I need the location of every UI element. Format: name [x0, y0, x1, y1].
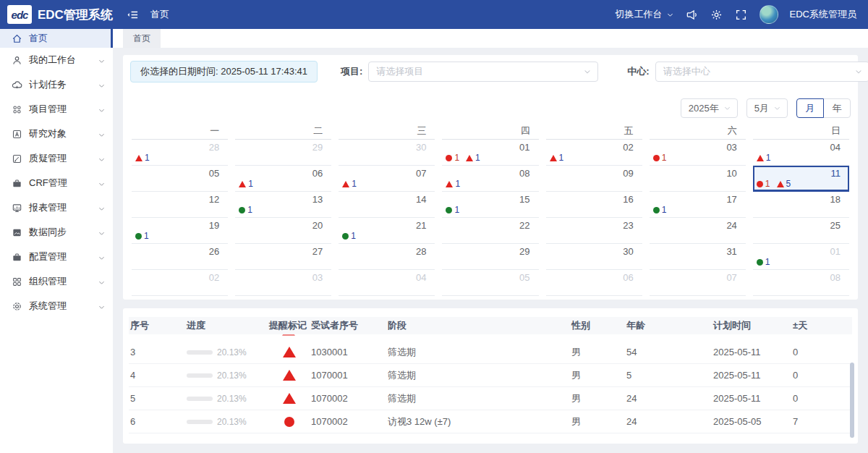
gear-icon[interactable]	[710, 8, 723, 21]
sidebar-item-system[interactable]: 系统管理	[0, 294, 113, 318]
cell-delta-days: 0	[791, 347, 852, 357]
menu-fold-icon[interactable]	[126, 8, 139, 21]
announce-icon[interactable]	[686, 8, 699, 21]
calendar-day[interactable]: 10	[650, 166, 746, 192]
chevron-down-icon	[98, 278, 106, 286]
calendar-day[interactable]: 06	[546, 270, 642, 296]
calendar-day[interactable]: 061	[235, 166, 331, 192]
month-mode-button[interactable]: 月	[796, 98, 824, 118]
marker-count: 1	[766, 153, 771, 163]
table-row[interactable]: 420.13%1070001筛选期男52025-05-110	[129, 364, 852, 387]
sidebar-item-label: 项目管理	[29, 103, 91, 116]
calendar-day[interactable]: 05	[132, 166, 228, 192]
month-select[interactable]: 5月	[746, 98, 788, 118]
calendar-day[interactable]: 18	[753, 192, 849, 218]
calendar-day[interactable]: 31	[650, 244, 746, 270]
year-select-value: 2025年	[689, 102, 719, 115]
cell-serial: 6	[129, 416, 185, 427]
sidebar-item-org[interactable]: 组织管理	[0, 269, 113, 294]
table-row[interactable]: 520.13%1070002筛选期男242025-05-110	[129, 387, 852, 410]
calendar-day[interactable]: 041	[753, 140, 849, 166]
calendar-day[interactable]: 05	[442, 270, 538, 296]
weekday-label: 三	[339, 122, 435, 140]
tab-home[interactable]: 首页	[123, 29, 161, 48]
user-avatar[interactable]	[760, 5, 778, 24]
sidebar-item-subjects[interactable]: 研究对象	[0, 122, 113, 146]
fullscreen-icon[interactable]	[735, 8, 748, 21]
calendar-day[interactable]: 12	[132, 192, 228, 218]
table-scrollbar[interactable]	[850, 363, 854, 438]
calendar-day[interactable]: 131	[235, 192, 331, 218]
table-row-partial[interactable]: 20.13%筛选期男	[129, 334, 852, 341]
sidebar-item-workbench[interactable]: 我的工作台	[0, 48, 113, 72]
calendar-day[interactable]: 29	[442, 244, 538, 270]
calendar-day-selected[interactable]: 1115	[753, 166, 849, 192]
year-mode-button[interactable]: 年	[823, 98, 851, 118]
day-number: 11	[753, 166, 849, 179]
workspace-switcher[interactable]: 切换工作台	[616, 8, 674, 21]
calendar-day[interactable]: 191	[132, 218, 228, 244]
calendar-day[interactable]: 081	[442, 166, 538, 192]
alert-triangle-icon	[777, 181, 784, 187]
calendar-day[interactable]: 26	[132, 244, 228, 270]
calendar-day[interactable]: 27	[235, 244, 331, 270]
calendar-day[interactable]: 22	[442, 218, 538, 244]
sidebar-item-label: 配置管理	[29, 250, 91, 263]
logo-text: edc	[12, 9, 28, 21]
sidebar-item-label: 研究对象	[29, 127, 91, 140]
sidebar-item-queries[interactable]: 质疑管理	[0, 146, 113, 171]
calendar-day[interactable]: 011	[753, 244, 849, 270]
calendar-day[interactable]: 04	[339, 270, 435, 296]
calendar-day[interactable]: 30	[339, 140, 435, 166]
calendar-day[interactable]: 0111	[442, 140, 538, 166]
calendar-day[interactable]: 29	[235, 140, 331, 166]
project-select[interactable]: 请选择项目	[368, 62, 598, 82]
marker-count: 5	[786, 179, 791, 189]
calendar-day[interactable]: 211	[339, 218, 435, 244]
chevron-down-icon	[98, 106, 106, 114]
gear-icon	[12, 301, 22, 312]
calendar-day[interactable]: 281	[132, 140, 228, 166]
calendar-day[interactable]: 20	[235, 218, 331, 244]
view-mode-group: 月 年	[796, 98, 851, 118]
sidebar-item-tasks[interactable]: 计划任务	[0, 72, 113, 97]
calendar-day[interactable]: 03	[235, 270, 331, 296]
calendar-day[interactable]: 031	[650, 140, 746, 166]
calendar-day[interactable]: 16	[546, 192, 642, 218]
calendar-day[interactable]: 23	[546, 218, 642, 244]
content-area: 首页 你选择的日期时间: 2025-05-11 17:43:41 项目: 请选择…	[113, 29, 868, 453]
calendar-day[interactable]: 151	[442, 192, 538, 218]
calendar-day[interactable]: 09	[546, 166, 642, 192]
day-markers: 1	[757, 153, 771, 163]
chevron-down-icon	[98, 56, 106, 64]
chevron-down-icon	[723, 104, 731, 112]
table-row[interactable]: 320.13%1030001筛选期男542025-05-110	[129, 341, 852, 364]
table-header-cell: 提醒标记	[268, 319, 310, 332]
calendar-day[interactable]: 25	[753, 218, 849, 244]
sidebar-item-crf[interactable]: CRF管理	[0, 171, 113, 195]
day-number: 26	[132, 244, 228, 257]
sidebar-item-home[interactable]: 首页	[0, 29, 113, 48]
calendar-day[interactable]: 02	[132, 270, 228, 296]
calendar-day[interactable]: 021	[546, 140, 642, 166]
sidebar-item-projects[interactable]: 项目管理	[0, 97, 113, 122]
calendar-day[interactable]: 07	[650, 270, 746, 296]
center-select[interactable]: 请选择中心	[655, 62, 868, 82]
sidebar-item-reports[interactable]: 报表管理	[0, 195, 113, 220]
day-number: 07	[650, 270, 746, 283]
calendar-day[interactable]: 28	[339, 244, 435, 270]
sidebar-item-config[interactable]: 配置管理	[0, 245, 113, 269]
sidebar-item-sync[interactable]: 数据同步	[0, 220, 113, 245]
calendar-day[interactable]: 08	[753, 270, 849, 296]
breadcrumb[interactable]: 首页	[150, 8, 169, 21]
calendar-day[interactable]: 071	[339, 166, 435, 192]
calendar-day[interactable]: 24	[650, 218, 746, 244]
year-select[interactable]: 2025年	[681, 98, 738, 118]
calendar-day[interactable]: 30	[546, 244, 642, 270]
alert-triangle-icon	[282, 334, 295, 336]
day-markers: 1	[239, 205, 252, 215]
day-number: 20	[235, 218, 331, 231]
calendar-day[interactable]: 171	[650, 192, 746, 218]
calendar-day[interactable]: 14	[339, 192, 435, 218]
table-row[interactable]: 620.13%1070002访视3 12w (±7)男242025-05-057	[129, 410, 852, 433]
